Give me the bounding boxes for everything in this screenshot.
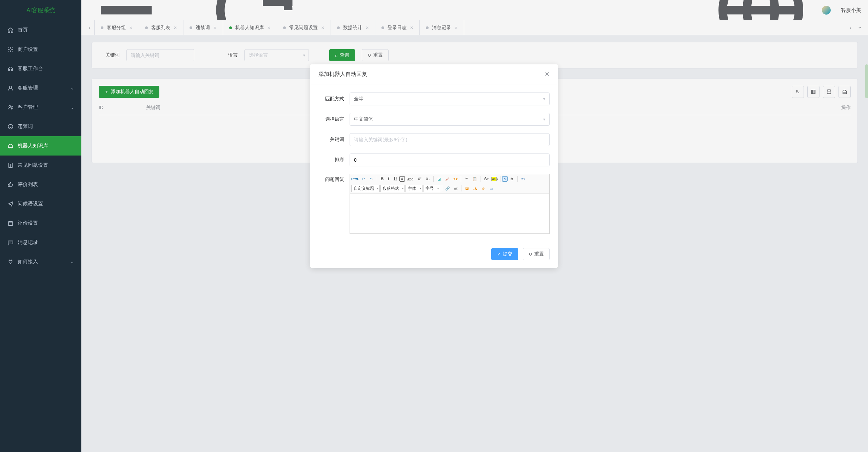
add-reply-dialog: 添加机器人自动回复 ✕ 匹配方式 全等 ▾ 选择语言 中文简体 ▾ (310, 64, 558, 268)
editor-image2-icon[interactable]: 🏞 (471, 185, 479, 192)
editor-superscript-icon[interactable]: X² (416, 175, 423, 183)
keyword-label: 关键词 (318, 137, 350, 143)
editor-underline-icon[interactable]: U (392, 175, 399, 183)
editor-paragraph-select[interactable]: 段落格式▾ (380, 185, 405, 192)
editor-autotype-icon[interactable]: ✦▾ (452, 175, 459, 183)
editor-size-select[interactable]: 字号▾ (423, 185, 440, 192)
editor-eraser-icon[interactable]: ◪ (435, 175, 443, 183)
editor-brush-icon[interactable]: 🖌 (443, 175, 451, 183)
dialog-reset-button[interactable]: ↻ 重置 (523, 248, 550, 260)
editor-textarea[interactable] (350, 193, 549, 233)
check-icon: ✓ (497, 252, 501, 257)
match-type-select[interactable]: 全等 ▾ (350, 93, 550, 105)
dialog-title: 添加机器人自动回复 (318, 71, 367, 78)
close-icon[interactable]: ✕ (545, 70, 550, 78)
editor-custom-title-select[interactable]: 自定义标题▾ (351, 185, 380, 192)
reset-icon: ↻ (529, 252, 532, 257)
dialog-keyword-input[interactable] (350, 133, 550, 146)
editor-print-icon[interactable]: 🗎 (508, 175, 516, 183)
editor-font-select[interactable]: 字体▾ (406, 185, 422, 192)
editor-subscript-icon[interactable]: X₂ (424, 175, 432, 183)
editor-backcolor-icon[interactable]: ab▾ (491, 175, 498, 183)
dialog-language-select[interactable]: 中文简体 ▾ (350, 113, 550, 126)
editor-paste-icon[interactable]: 📋 (471, 175, 478, 183)
editor-forecolor-icon[interactable]: A▾ (482, 175, 490, 183)
editor-undo-icon[interactable]: ↶ (359, 175, 367, 183)
editor-quote-icon[interactable]: ❝ (463, 175, 470, 183)
editor-bold-icon[interactable]: B (379, 175, 385, 183)
language-label: 选择语言 (318, 116, 350, 122)
editor-image-icon[interactable]: 🖼 (463, 185, 471, 192)
editor-unlink-icon[interactable]: ⛓ (452, 185, 459, 192)
match-type-label: 匹配方式 (318, 96, 350, 102)
dialog-sort-input[interactable] (350, 153, 550, 166)
chevron-down-icon: ▾ (543, 97, 545, 101)
submit-button[interactable]: ✓ 提交 (491, 248, 518, 260)
sort-label: 排序 (318, 157, 350, 163)
dialog-mask: 添加机器人自动回复 ✕ 匹配方式 全等 ▾ 选择语言 中文简体 ▾ (0, 0, 868, 452)
chevron-down-icon: ▾ (543, 117, 545, 122)
editor-italic-icon[interactable]: I (386, 175, 391, 183)
rich-text-editor: HTML ↶ ↷ B I U A ᴀʙᴄ X² X₂ ◪ (350, 174, 550, 234)
editor-selectall-icon[interactable]: a (502, 176, 508, 182)
reply-label: 问题回复 (318, 174, 350, 183)
editor-html-icon[interactable]: HTML (351, 175, 359, 183)
editor-emoji-icon[interactable]: ☺ (479, 185, 487, 192)
editor-redo-icon[interactable]: ↷ (368, 175, 375, 183)
editor-strike-icon[interactable]: ᴀʙᴄ (406, 175, 415, 183)
editor-video-icon[interactable]: ▭ (488, 185, 495, 192)
editor-link-icon[interactable]: 🔗 (444, 185, 451, 192)
editor-lineheight-icon[interactable]: ≡▾ (519, 175, 527, 183)
editor-fontborder-icon[interactable]: A (399, 176, 405, 182)
